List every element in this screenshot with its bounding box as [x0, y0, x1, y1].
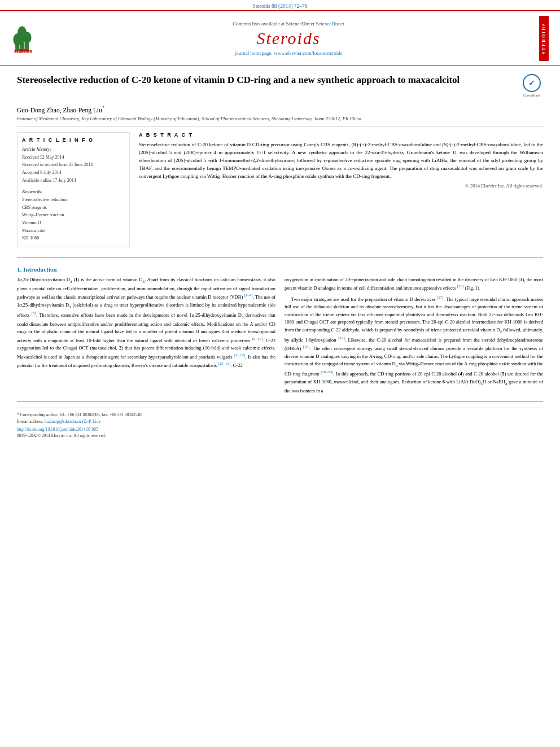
sciencedirect-link[interactable]: ScienceDirect	[316, 21, 344, 27]
introduction-two-col: 1α,25-Dihydroxyvitamin D3 (1) is the act…	[17, 276, 543, 397]
journal-logo-section: ELSEVIER	[11, 23, 73, 54]
footer-note: * Corresponding author. Tel.: +86 531 88…	[17, 412, 543, 425]
footer-email[interactable]: liuzhaop@sdu.edu.cn (Z.-P. Liu).	[45, 419, 101, 424]
journal-citation: Steroids 88 (2014) 72–76	[0, 0, 560, 10]
article-info-label: A R T I C L E I N F O	[22, 137, 125, 143]
crossmark-badge[interactable]: ✓ CrossMark	[520, 74, 543, 98]
abstract-text: Stereoselective reduction of C-20 ketone…	[139, 141, 543, 181]
history-label: Article history:	[22, 146, 125, 152]
journal-center-header: Contents lists available at ScienceDirec…	[73, 21, 504, 56]
journal-right-badge: STEROIDS	[504, 16, 549, 61]
body-section: 1. Introduction 1α,25-Dihydroxyvitamin D…	[17, 266, 543, 397]
keyword-5: Maxacalcitol	[22, 227, 125, 235]
svg-point-5	[23, 32, 32, 43]
crossmark-label: CrossMark	[523, 93, 540, 98]
corresponding-author-mark: *	[102, 104, 105, 111]
journal-homepage: journal homepage: www.elsevier.com/locat…	[73, 50, 504, 56]
authors-text: Guo-Dong Zhao, Zhao-Peng Liu	[17, 107, 102, 113]
crossmark-icon: ✓	[523, 74, 541, 92]
abstract-label: A B S T R A C T	[139, 132, 543, 138]
keywords-section: Keywords: Stereoselective reduction CBS …	[22, 189, 125, 242]
abstract-copyright: © 2014 Elsevier Inc. All rights reserved…	[139, 183, 543, 189]
section-divider	[17, 257, 543, 258]
available-date: Available online 17 July 2014	[22, 177, 125, 185]
article-info-abstract-section: A R T I C L E I N F O Article history: R…	[17, 132, 543, 253]
citation-text: Steroids 88 (2014) 72–76	[253, 3, 308, 9]
keyword-2: CBS reagents	[22, 204, 125, 212]
article-title: Stereoselective reduction of C-20 ketone…	[17, 74, 515, 87]
intro-col-left: 1α,25-Dihydroxyvitamin D3 (1) is the act…	[17, 276, 275, 397]
footer-issn: 0039-128X/© 2014 Elsevier Inc. All right…	[17, 433, 543, 438]
journal-title: Steroids	[73, 29, 504, 48]
introduction-heading: 1. Introduction	[17, 266, 543, 273]
received-date: Received 12 May 2014	[22, 154, 125, 161]
homepage-label: journal homepage:	[235, 50, 274, 56]
intro-paragraph-1: 1α,25-Dihydroxyvitamin D3 (1) is the act…	[17, 276, 275, 370]
revised-date: Received in revised form 21 June 2014	[22, 161, 125, 169]
footer-star-note: * Corresponding author. Tel.: +86 531 88…	[17, 412, 143, 417]
steroids-badge: STEROIDS	[539, 16, 549, 61]
article-info-box: A R T I C L E I N F O Article history: R…	[17, 132, 130, 247]
elsevier-logo: ELSEVIER	[11, 23, 73, 54]
article-affiliation: Institute of Medicinal Chemistry, Key La…	[17, 116, 543, 126]
article-dates: Received 12 May 2014 Received in revised…	[22, 154, 125, 184]
homepage-url[interactable]: www.elsevier.com/locate/steroids	[274, 50, 342, 56]
keyword-6: KH-1060	[22, 234, 125, 242]
footer-email-label: E-mail address:	[17, 419, 43, 424]
keyword-1: Stereoselective reduction	[22, 196, 125, 204]
elsevier-tree-icon: ELSEVIER	[11, 23, 45, 54]
abstract-section: A B S T R A C T Stereoselective reductio…	[139, 132, 543, 189]
intro-paragraph-2: oxygenation in combination of 20-epimeri…	[285, 276, 543, 395]
sciencedirect-text: Contents lists available at ScienceDirec…	[233, 21, 314, 27]
footer-doi[interactable]: http://dx.doi.org/10.1016/j.steroids.201…	[17, 427, 543, 432]
abstract-column: A B S T R A C T Stereoselective reductio…	[139, 132, 543, 253]
keyword-4: Vitamin D	[22, 219, 125, 227]
keyword-3: Wittig–Horner reaction	[22, 211, 125, 219]
article-info-column: A R T I C L E I N F O Article history: R…	[17, 132, 130, 253]
accepted-date: Accepted 9 July 2014	[22, 169, 125, 177]
keywords-label: Keywords:	[22, 189, 125, 194]
article-container: Stereoselective reduction of C-20 ketone…	[0, 66, 560, 449]
article-authors: Guo-Dong Zhao, Zhao-Peng Liu*	[17, 104, 543, 113]
article-title-section: Stereoselective reduction of C-20 ketone…	[17, 74, 543, 100]
svg-text:ELSEVIER: ELSEVIER	[14, 50, 32, 54]
keywords-list: Stereoselective reduction CBS reagents W…	[22, 196, 125, 242]
sciencedirect-line: Contents lists available at ScienceDirec…	[73, 21, 504, 27]
footer-divider	[17, 401, 543, 402]
journal-header: ELSEVIER Contents lists available at Sci…	[0, 10, 560, 66]
article-footer: * Corresponding author. Tel.: +86 531 88…	[17, 408, 543, 438]
intro-col-right: oxygenation in combination of 20-epimeri…	[285, 276, 543, 397]
